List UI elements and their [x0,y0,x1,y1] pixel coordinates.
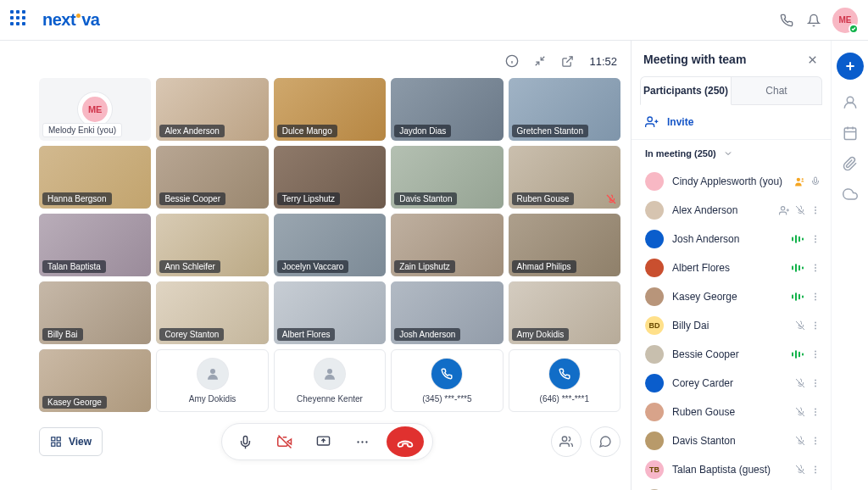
video-tile[interactable]: Amy Dokidis [156,349,268,412]
mic-button[interactable] [231,426,261,457]
tile-label: Talan Baptista [42,260,106,273]
participant-row[interactable]: Bessie Cooper [632,340,831,369]
svg-point-76 [815,437,816,439]
section-in-meeting[interactable]: In meeting (250) [632,140,831,167]
contacts-icon[interactable] [843,95,858,110]
share-screen-button[interactable] [309,426,339,457]
participant-row[interactable]: TBTalan Baptista (guest) [632,455,831,484]
video-tile[interactable]: Davis Stanton [391,146,503,209]
calendar-icon[interactable] [843,125,858,141]
participant-row[interactable]: Kasey George [632,282,831,311]
more-icon[interactable] [810,465,821,475]
app-launcher-icon[interactable] [10,10,31,31]
more-icon[interactable] [810,349,821,359]
participant-row[interactable]: Corey Carder [632,369,831,398]
attachment-icon[interactable] [843,156,858,171]
svg-rect-43 [795,264,797,272]
more-icon[interactable] [810,378,821,388]
more-icon[interactable] [810,407,821,417]
tile-label: (646) ***-***1 [540,394,589,404]
participant-name: Ruben Gouse [672,406,787,418]
participant-name: Josh Anderson [672,233,783,245]
video-tile[interactable]: Cheyenne Kenter [274,349,386,412]
participant-name: Bessie Cooper [672,348,783,360]
participant-row[interactable]: Davis Stanton [632,426,831,455]
phone-icon[interactable] [773,7,800,34]
video-tile[interactable]: Amy Dokidis [509,281,620,344]
participant-row[interactable]: Madelyn Torff [632,484,831,490]
svg-point-26 [797,177,800,181]
more-icon[interactable] [810,320,821,331]
video-tile[interactable]: Billy Bai [39,281,151,344]
participant-row[interactable]: Alex Anderson [632,196,831,225]
brand-text-1: next [42,10,75,30]
video-tile[interactable]: Jaydon Dias [391,78,503,141]
more-icon[interactable] [810,205,821,215]
minimize-icon[interactable] [534,55,546,67]
participant-row[interactable]: BDBilly Dai [632,311,831,340]
participant-row[interactable]: Josh Anderson [632,225,831,253]
participant-row[interactable]: Albert Flores [632,253,831,282]
participant-icons [794,176,821,187]
more-icon[interactable] [810,292,821,302]
video-tile[interactable]: Hanna Bergson [39,146,151,209]
participant-avatar [645,287,664,306]
panel-title: Meeting with team [643,53,746,66]
svg-rect-36 [795,235,797,243]
add-button[interactable] [837,53,864,80]
video-tile[interactable]: Bessie Cooper [156,146,268,209]
more-icon[interactable] [810,263,821,273]
bell-icon[interactable] [800,7,827,34]
participant-name: Davis Stanton [672,435,787,447]
video-tile[interactable]: (345) ***-***5 [391,349,503,412]
video-tile[interactable]: Zain Lipshutz [391,214,503,276]
user-avatar[interactable]: ME [832,8,858,33]
video-tile[interactable]: Josh Anderson [391,281,503,344]
invite-button[interactable]: Invite [632,105,831,140]
video-tile[interactable]: Ruben Gouse [509,146,620,209]
svg-point-66 [815,357,816,359]
participant-row[interactable]: Cindy Applesworth (you) [632,167,831,196]
video-tile[interactable]: Corey Stanton [156,281,268,344]
svg-point-81 [815,469,816,471]
close-icon[interactable] [806,53,819,66]
more-icon[interactable] [810,234,821,244]
participant-row[interactable]: Ruben Gouse [632,398,831,426]
svg-point-19 [365,441,367,443]
view-button[interactable]: View [39,427,103,456]
video-tile[interactable]: Talan Baptista [39,214,151,276]
video-tile[interactable]: Dulce Mango [274,78,386,141]
participants-button[interactable] [551,426,581,457]
more-button[interactable] [348,426,378,457]
svg-point-39 [815,236,816,237]
camera-button[interactable] [270,426,300,457]
popout-icon[interactable] [561,55,574,68]
video-tile[interactable]: (646) ***-***1 [509,349,620,412]
more-icon[interactable] [810,436,821,446]
view-label: View [69,436,92,448]
video-tile[interactable]: Terry Lipshutz [274,146,386,209]
tab-participants[interactable]: Participants (250) [640,76,732,105]
participant-icons [795,407,821,417]
tile-label: Ann Schleifer [159,260,220,273]
mic-muted-icon [795,320,805,331]
tile-label: Gretchen Stanton [512,125,588,137]
tab-chat[interactable]: Chat [732,76,822,105]
invite-icon [645,115,659,129]
hangup-button[interactable] [387,426,424,457]
video-tile[interactable]: Albert Flores [274,281,386,344]
cloud-icon[interactable] [843,187,858,202]
video-tile[interactable]: Jocelyn Vaccaro [274,214,386,276]
section-label: In meeting (250) [645,148,716,159]
video-tile[interactable]: Ahmad Philips [509,214,620,276]
svg-rect-63 [802,353,804,355]
video-tile[interactable]: MEMelody Enki (you) [39,78,151,141]
video-tile[interactable]: Ann Schleifer [156,214,268,276]
video-tile[interactable]: Kasey George [39,349,151,412]
chat-button[interactable] [590,426,620,457]
info-icon[interactable] [505,54,519,68]
tile-label: (345) ***-***5 [422,394,471,404]
video-tile[interactable]: Gretchen Stanton [509,78,620,141]
tile-label: Billy Bai [42,328,83,341]
video-tile[interactable]: Alex Anderson [156,78,268,141]
